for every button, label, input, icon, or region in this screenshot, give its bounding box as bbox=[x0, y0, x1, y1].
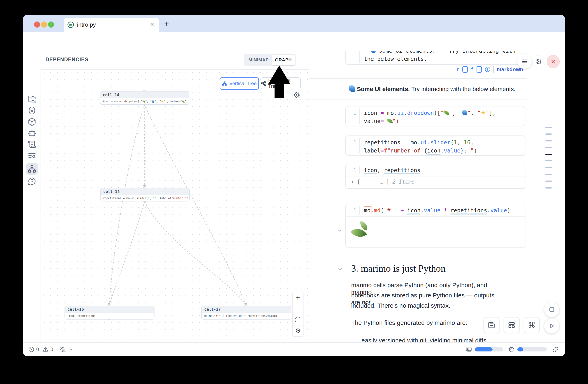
graph-node-cell-14[interactable]: cell-14 icon = mo.ui.dropdown(["", "", "… bbox=[100, 91, 189, 105]
paragraph: The Python files generated by marimo are… bbox=[351, 319, 499, 326]
menu-icon bbox=[521, 58, 528, 65]
line-number: 1 bbox=[346, 138, 357, 147]
snippets-search-icon[interactable] bbox=[28, 151, 36, 160]
window-zoom-button[interactable] bbox=[48, 21, 54, 28]
zoom-in-button[interactable]: + bbox=[293, 292, 303, 303]
cell-minimap-dash[interactable] bbox=[546, 147, 552, 148]
fit-view-button[interactable] bbox=[293, 314, 303, 326]
vertical-tree-icon bbox=[222, 81, 227, 86]
code-line: mo.md("# " + icon.value * repetitions.va… bbox=[364, 206, 522, 214]
cell-refs[interactable]: 1 icon, repetitions › [ … ] 2 Items bbox=[345, 164, 525, 189]
zoom-out-button[interactable]: − bbox=[293, 303, 303, 314]
markdown-output: Some UI elements. Try interacting with t… bbox=[309, 78, 526, 99]
cpu-usage-bar bbox=[517, 347, 547, 351]
cell-minimap-dash[interactable] bbox=[546, 167, 552, 168]
new-tab-button[interactable]: + bbox=[164, 20, 169, 27]
cell-minimap-dash[interactable] bbox=[546, 127, 552, 128]
run-button[interactable] bbox=[544, 318, 560, 334]
layout-toggle-button[interactable] bbox=[504, 317, 520, 333]
gutter-divider bbox=[359, 206, 360, 214]
graph-settings-icon[interactable]: ⚙ bbox=[292, 91, 301, 99]
browser-window: m intro.py ✕ + localhost:2718 bbox=[23, 15, 565, 356]
browser-tab[interactable]: m intro.py ✕ bbox=[64, 18, 159, 32]
dependency-graph-icon bbox=[28, 165, 36, 173]
variables-icon[interactable] bbox=[28, 106, 36, 115]
cell-minimap-dash[interactable] bbox=[546, 134, 552, 135]
language-badge[interactable]: markdown bbox=[497, 66, 523, 73]
shutdown-button[interactable]: ✕ bbox=[546, 55, 560, 68]
cell-md-expression[interactable]: 1 mo.md("# " + icon.value * repetitions.… bbox=[345, 204, 525, 248]
cell-info-icon[interactable] bbox=[485, 67, 490, 72]
window-minimize-button[interactable] bbox=[41, 21, 47, 28]
notebook-settings-button[interactable]: ⚙ bbox=[532, 55, 546, 68]
logs-icon[interactable] bbox=[28, 140, 36, 149]
tab-graph[interactable]: GRAPH bbox=[272, 55, 295, 65]
help-icon[interactable] bbox=[28, 177, 36, 185]
dependencies-tab-active[interactable] bbox=[26, 163, 38, 175]
graph-node-cell-16[interactable]: cell-16 icon, repetitions bbox=[64, 306, 154, 320]
errors-icon[interactable] bbox=[28, 346, 34, 352]
graph-canvas[interactable]: cell-14 icon = mo.ui.dropdown(["", "", "… bbox=[41, 69, 309, 343]
paragraph: marimo cells parse Python (and only Pyth… bbox=[351, 282, 499, 312]
warnings-icon[interactable] bbox=[42, 346, 48, 352]
layout-icon bbox=[508, 321, 515, 329]
cell-minimap-dash[interactable] bbox=[546, 174, 552, 175]
cell-minimap-dash-active[interactable] bbox=[546, 154, 552, 155]
code-line: icon, repetitions bbox=[364, 166, 522, 174]
ram-icon bbox=[466, 346, 472, 352]
ai-assistant-icon[interactable] bbox=[28, 129, 36, 137]
panel-title: DEPENDENCIES bbox=[45, 57, 88, 62]
ram-usage-bar bbox=[475, 347, 504, 351]
ram-usage-fill bbox=[475, 347, 493, 351]
warning-count: 0 bbox=[50, 346, 53, 352]
code-line: repetitions = mo.ui.slider(1, 16, bbox=[364, 138, 522, 147]
cpu-usage-fill bbox=[517, 347, 523, 351]
graph-node-cell-15[interactable]: cell-15 repetitions = mo.ui.slider(1, 16… bbox=[100, 188, 190, 201]
footer-divider bbox=[493, 66, 494, 73]
notebook-menu-button[interactable] bbox=[517, 54, 532, 69]
paragraph-line: notebooks are stored as pure Python file… bbox=[351, 292, 499, 302]
line-number: 1 bbox=[346, 51, 357, 57]
run-shortcut-label: r bbox=[457, 67, 460, 73]
file-explorer-icon[interactable] bbox=[28, 96, 36, 104]
cell-minimap-dash[interactable] bbox=[546, 140, 552, 141]
line-number: 1 bbox=[346, 206, 357, 214]
output-collapse-chevron-icon[interactable] bbox=[337, 228, 343, 233]
section-collapse-chevron-icon[interactable] bbox=[337, 266, 343, 272]
notebook-panel: 1 ** Some UI elements.** Try interacting… bbox=[309, 51, 565, 343]
activity-sidebar bbox=[23, 51, 41, 343]
error-count: 0 bbox=[36, 346, 39, 352]
packages-icon[interactable] bbox=[28, 117, 36, 126]
chevron-down-icon[interactable] bbox=[68, 347, 73, 352]
tab-close-icon[interactable]: ✕ bbox=[150, 21, 154, 28]
window-close-button[interactable] bbox=[34, 21, 40, 28]
graph-node-cell-17[interactable]: cell-17 mo.md("# " + icon.value * repeti… bbox=[201, 306, 291, 320]
map-pin-icon bbox=[295, 328, 301, 334]
cell-markdown-intro[interactable]: 1 ** Some UI elements.** Try interacting… bbox=[345, 51, 525, 65]
ai-sparkle-icon[interactable] bbox=[552, 346, 559, 353]
code-line: icon = mo.ui.dropdown(["", "", ""], bbox=[364, 109, 522, 117]
play-icon bbox=[548, 322, 555, 329]
code-line: ** Some UI elements.** Try interacting w… bbox=[364, 51, 522, 55]
cell-minimap-dash[interactable] bbox=[546, 181, 552, 182]
browser-toolbar: localhost:2718 Guest bbox=[23, 32, 565, 51]
horizontal-tree-button[interactable]: Horizontal Tree bbox=[261, 77, 301, 89]
cell-slider[interactable]: 1 repetitions = mo.ui.slider(1, 16, labe… bbox=[345, 135, 525, 155]
autorun-disabled-icon[interactable] bbox=[60, 346, 66, 352]
array-output[interactable]: › [ … ] 2 Items bbox=[351, 178, 522, 186]
cell-minimap-dash[interactable] bbox=[546, 187, 552, 189]
node-code: icon = mo.ui.dropdown(["", "", ""], valu… bbox=[100, 98, 189, 104]
horizontal-tree-label: Horizontal Tree bbox=[268, 77, 300, 89]
format-shortcut-label: f bbox=[471, 67, 474, 73]
tab-minimap[interactable]: MINIMAP bbox=[245, 57, 272, 63]
cell-dropdown[interactable]: 1 icon = mo.ui.dropdown(["", "", ""], va… bbox=[345, 106, 525, 126]
stop-button[interactable] bbox=[544, 302, 560, 317]
node-title: cell-16 bbox=[65, 306, 154, 313]
desktop-background: m intro.py ✕ + localhost:2718 bbox=[0, 0, 588, 384]
locate-node-button[interactable] bbox=[293, 326, 303, 336]
save-button[interactable] bbox=[483, 317, 500, 333]
command-palette-button[interactable]: ⌘ bbox=[524, 317, 540, 333]
cell-minimap-dash[interactable] bbox=[546, 160, 552, 161]
vertical-tree-button[interactable]: Vertical Tree bbox=[220, 77, 259, 90]
view-toggle: MINIMAP GRAPH bbox=[244, 54, 296, 66]
